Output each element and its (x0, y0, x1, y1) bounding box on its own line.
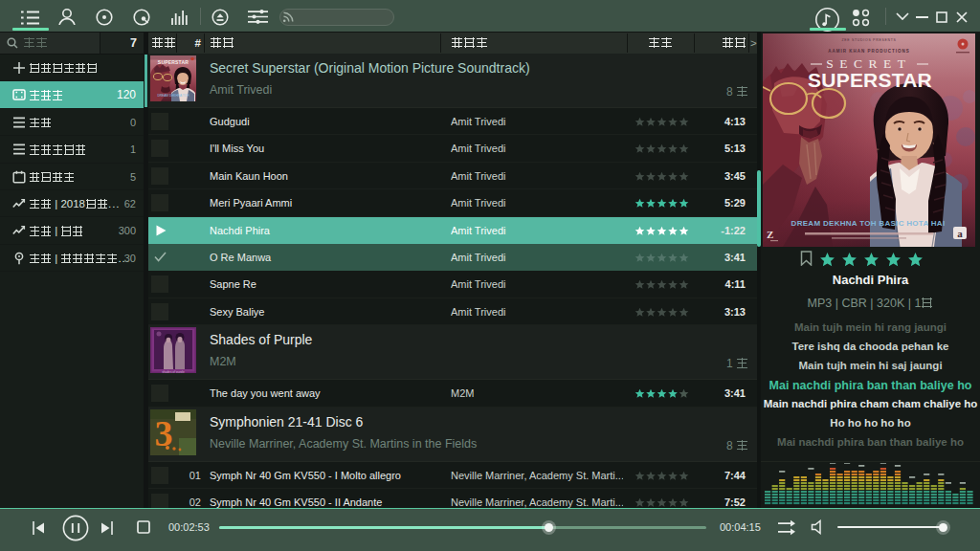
svg-text:DREAM DEKHNA TOH: DREAM DEKHNA TOH (157, 94, 189, 98)
svg-text:shades of purple: shades of purple (162, 370, 185, 374)
svg-text:SUPERSTAR: SUPERSTAR (808, 69, 932, 91)
svg-text:SUPERSTAR: SUPERSTAR (158, 59, 189, 65)
svg-text:AAMIR KHAN PRODUCTIONS: AAMIR KHAN PRODUCTIONS (828, 49, 910, 54)
svg-text:3: 3 (155, 413, 173, 453)
svg-text:Z: Z (767, 229, 773, 240)
svg-text:DREAM DEKHNA TOH BASIC HOTA HA: DREAM DEKHNA TOH BASIC HOTA HAI (791, 219, 946, 228)
svg-text:a: a (957, 228, 963, 239)
svg-text:ZEE STUDIOS PRESENTS: ZEE STUDIOS PRESENTS (841, 38, 896, 42)
